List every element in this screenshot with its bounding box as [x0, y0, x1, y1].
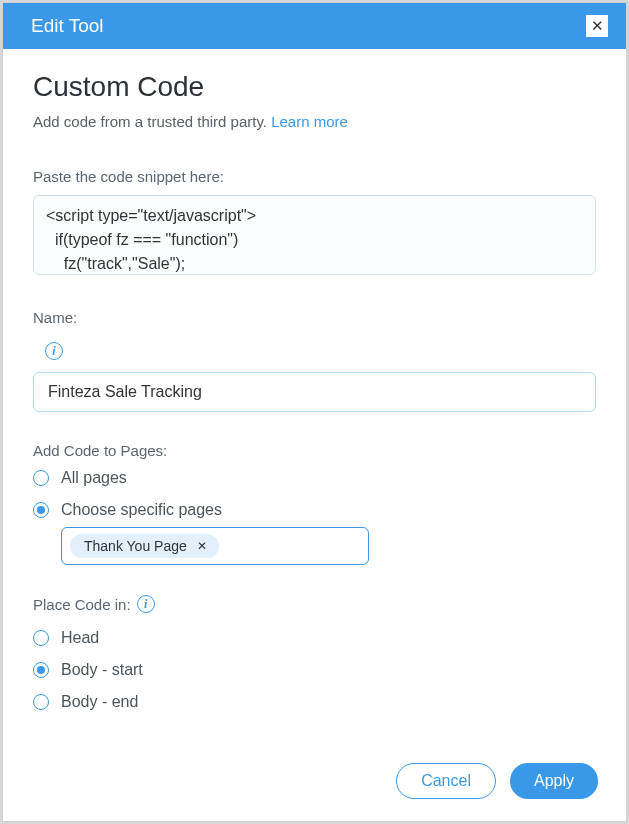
radio-label: Head: [61, 629, 99, 647]
close-button[interactable]: ✕: [586, 15, 608, 37]
radio-body-end[interactable]: Body - end: [33, 693, 596, 711]
subtitle-text: Add code from a trusted third party.: [33, 113, 271, 130]
learn-more-link[interactable]: Learn more: [271, 113, 348, 130]
radio-icon: [33, 470, 49, 486]
name-input[interactable]: [33, 372, 596, 412]
placement-section: Place Code in: i Head Body - start Body …: [33, 595, 596, 711]
info-icon[interactable]: i: [137, 595, 155, 613]
placement-label: Place Code in:: [33, 596, 131, 613]
info-icon[interactable]: i: [45, 342, 63, 360]
dialog-content: Custom Code Add code from a trusted thir…: [3, 49, 626, 747]
placement-label-row: Place Code in: i: [33, 595, 155, 613]
page-subtitle: Add code from a trusted third party. Lea…: [33, 113, 596, 130]
radio-choose-pages[interactable]: Choose specific pages: [33, 501, 596, 519]
close-icon: ✕: [591, 17, 604, 35]
x-icon: ✕: [197, 539, 207, 553]
radio-label: All pages: [61, 469, 127, 487]
radio-icon: [33, 694, 49, 710]
dialog-footer: Cancel Apply: [3, 747, 626, 821]
radio-icon: [33, 630, 49, 646]
pages-chip-input[interactable]: Thank You Page ✕: [61, 527, 369, 565]
pages-section: Add Code to Pages: All pages Choose spec…: [33, 442, 596, 565]
code-section: Paste the code snippet here:: [33, 168, 596, 279]
radio-icon: [33, 502, 49, 518]
radio-body-start[interactable]: Body - start: [33, 661, 596, 679]
radio-all-pages[interactable]: All pages: [33, 469, 596, 487]
pages-label: Add Code to Pages:: [33, 442, 596, 459]
dialog-title: Edit Tool: [31, 15, 104, 37]
name-section: Name: i: [33, 309, 596, 412]
chip-label: Thank You Page: [84, 538, 187, 554]
chip-remove-button[interactable]: ✕: [195, 539, 209, 553]
apply-button[interactable]: Apply: [510, 763, 598, 799]
radio-label: Body - start: [61, 661, 143, 679]
cancel-button[interactable]: Cancel: [396, 763, 496, 799]
name-label: Name:: [33, 309, 596, 326]
radio-icon: [33, 662, 49, 678]
page-chip: Thank You Page ✕: [70, 534, 219, 558]
radio-head[interactable]: Head: [33, 629, 596, 647]
page-title: Custom Code: [33, 71, 596, 103]
radio-label: Choose specific pages: [61, 501, 222, 519]
edit-tool-dialog: Edit Tool ✕ Custom Code Add code from a …: [2, 2, 627, 822]
titlebar: Edit Tool ✕: [3, 3, 626, 49]
radio-label: Body - end: [61, 693, 138, 711]
code-label: Paste the code snippet here:: [33, 168, 596, 185]
code-textarea[interactable]: [33, 195, 596, 275]
